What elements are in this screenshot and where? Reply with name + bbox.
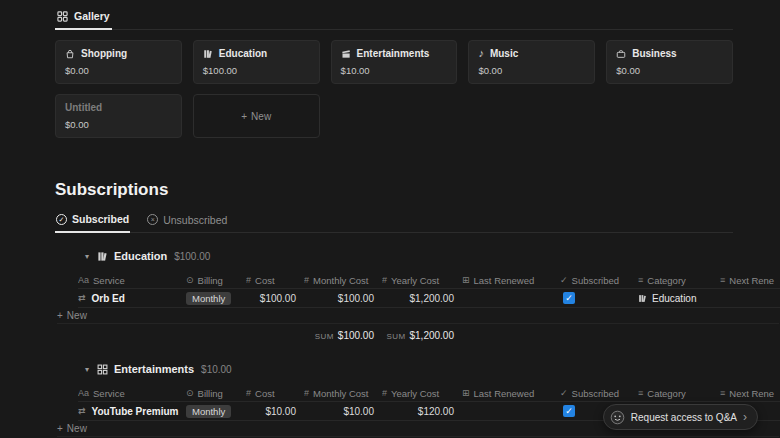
column-header-next-renewal[interactable]: ≡Next Rene [720,275,780,286]
select-property-icon: ≡ [638,276,643,285]
text-property-icon: Aa [78,389,89,398]
request-qa-button[interactable]: Request access to Q&A › [603,404,758,430]
group-education: ▾ Education $100.00 AaService ⊙Billing #… [55,246,780,346]
select-property-icon: ⊙ [186,389,194,398]
card-amount: $0.00 [65,65,172,76]
column-header-service[interactable]: AaService [78,388,186,399]
cost-cell[interactable]: $10.00 [246,406,304,417]
plus-icon: + [57,423,63,434]
ai-face-icon [610,410,625,425]
cost-cell[interactable]: $100.00 [246,293,304,304]
card-shopping[interactable]: Shopping $0.00 [55,40,182,84]
card-business[interactable]: Business $0.00 [606,40,733,84]
yearly-cost-cell[interactable]: $1,200.00 [382,293,462,304]
card-title: Shopping [81,48,127,59]
select-property-icon: ≡ [638,389,643,398]
billing-tag[interactable]: Monthly [186,405,231,418]
group-total: $10.00 [201,364,232,375]
card-title: Education [219,48,267,59]
subscribed-checkbox[interactable]: ✓ [563,292,575,304]
sum-yearly-cost[interactable]: SUM $1,200.00 [382,330,462,341]
group-toggle-icon[interactable]: ▾ [85,365,97,374]
gallery-grid: Shopping $0.00 Education $100.00 Enterta… [55,40,733,138]
column-header-billing[interactable]: ⊙Billing [186,275,246,286]
date-property-icon: ⊞ [462,276,470,285]
tab-gallery[interactable]: Gallery [55,8,112,30]
sum-monthly-cost[interactable]: SUM $100.00 [304,330,382,341]
yearly-cost-cell[interactable]: $120.00 [382,406,462,417]
card-amount: $10.00 [341,65,448,76]
tab-unsubscribed[interactable]: × Unsubscribed [146,210,228,232]
book-icon [97,251,108,262]
gallery-view-icon [57,11,68,22]
card-title: Business [632,48,676,59]
column-header-next-renewal[interactable]: ≡Next Rene [720,388,780,399]
card-entertainments[interactable]: Entertainments $10.00 [331,40,458,84]
new-row-button[interactable]: + New [57,308,779,324]
card-education[interactable]: Education $100.00 [193,40,320,84]
column-header-last-renewed[interactable]: ⊞Last Renewed [462,388,560,399]
date-property-icon: ⊞ [462,389,470,398]
plus-icon: + [57,310,63,321]
book-icon [203,49,213,59]
view-tab-bar: Gallery [55,8,733,30]
grid-icon [97,364,108,375]
swap-arrows-icon: ⇄ [78,294,86,303]
column-header-cost[interactable]: #Cost [246,388,304,399]
column-header-category[interactable]: ≡Category [638,388,720,399]
column-header-monthly-cost[interactable]: #Monthly Cost [304,275,382,286]
table-header-row: AaService ⊙Billing #Cost #Monthly Cost #… [78,272,780,289]
group-title[interactable]: Entertainments [97,363,194,375]
service-cell[interactable]: ⇄ YouTube Premium [78,406,186,417]
column-header-billing[interactable]: ⊙Billing [186,388,246,399]
subscriptions-table: AaService ⊙Billing #Cost #Monthly Cost #… [78,272,780,308]
number-property-icon: # [382,276,387,285]
request-qa-label: Request access to Q&A [631,412,737,423]
tab-label: Unsubscribed [163,214,227,226]
column-header-category[interactable]: ≡Category [638,275,720,286]
plus-icon: + [241,111,247,122]
number-property-icon: # [304,276,309,285]
checkbox-property-icon: ✓ [560,276,568,285]
page-title: Subscriptions [55,180,780,200]
category-tag[interactable]: Education [638,293,720,304]
monthly-cost-cell[interactable]: $10.00 [304,406,382,417]
card-amount: $0.00 [478,65,585,76]
clapperboard-icon [341,49,351,59]
number-property-icon: # [246,276,251,285]
tab-label: Subscribed [72,213,129,225]
monthly-cost-cell[interactable]: $100.00 [304,293,382,304]
group-total: $100.00 [174,251,210,262]
card-music[interactable]: ♪ Music $0.00 [468,40,595,84]
column-header-yearly-cost[interactable]: #Yearly Cost [382,388,462,399]
column-header-cost[interactable]: #Cost [246,275,304,286]
column-header-monthly-cost[interactable]: #Monthly Cost [304,388,382,399]
select-property-icon: ⊙ [186,276,194,285]
select-property-icon: ≡ [720,389,725,398]
column-header-last-renewed[interactable]: ⊞Last Renewed [462,275,560,286]
column-header-subscribed[interactable]: ✓Subscribed [560,275,638,286]
group-title[interactable]: Education [97,250,167,262]
column-header-service[interactable]: AaService [78,275,186,286]
card-title: Entertainments [357,48,430,59]
service-cell[interactable]: ⇄ Orb Ed [78,293,186,304]
card-amount: $100.00 [203,65,310,76]
new-card-button[interactable]: + New [193,94,320,138]
card-title: Music [490,48,518,59]
number-property-icon: # [246,389,251,398]
group-header: ▾ Education $100.00 [85,246,780,266]
card-amount: $0.00 [65,119,172,130]
subscribed-checkbox[interactable]: ✓ [563,405,575,417]
subscription-tabs: ✓ Subscribed × Unsubscribed [55,210,733,233]
column-header-yearly-cost[interactable]: #Yearly Cost [382,275,462,286]
group-toggle-icon[interactable]: ▾ [85,252,97,261]
card-untitled[interactable]: Untitled $0.00 [55,94,182,138]
billing-tag[interactable]: Monthly [186,292,231,305]
column-header-subscribed[interactable]: ✓Subscribed [560,388,638,399]
select-property-icon: ≡ [720,276,725,285]
tab-subscribed[interactable]: ✓ Subscribed [55,210,130,233]
card-amount: $0.00 [616,65,723,76]
check-circle-icon: ✓ [56,214,67,225]
aggregate-row: SUM $100.00 SUM $1,200.00 [78,324,780,346]
tab-gallery-label: Gallery [74,10,110,22]
